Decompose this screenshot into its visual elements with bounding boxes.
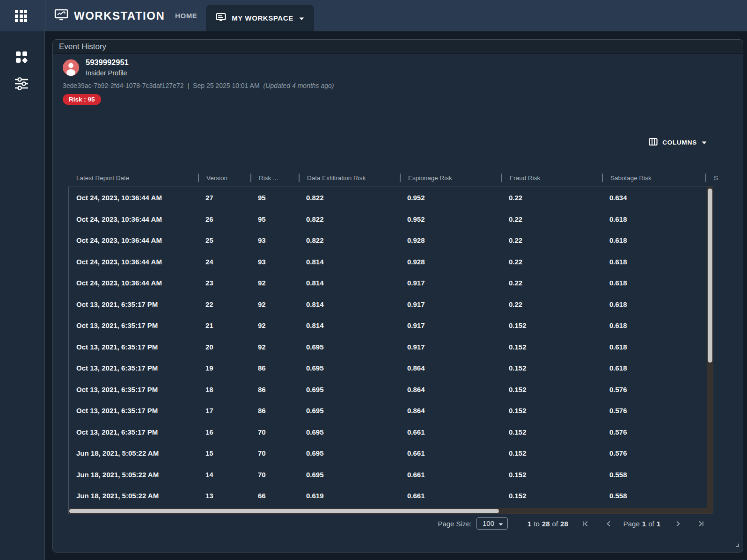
table-row[interactable]: Oct 13, 2021, 6:35:17 PM16700.6950.6610.…: [69, 422, 707, 443]
table-row[interactable]: Jun 18, 2021, 5:05:22 AM15700.6950.6610.…: [69, 443, 707, 464]
table-cell: 0.952: [400, 194, 501, 202]
table-cell: 0.864: [400, 364, 501, 372]
table-cell: 0.695: [299, 385, 400, 393]
sidebar-item-filters[interactable]: [14, 77, 29, 93]
vertical-scrollbar[interactable]: [707, 187, 713, 508]
table-cell: 27: [198, 194, 250, 202]
vertical-scrollbar-thumb[interactable]: [708, 189, 712, 363]
table-cell: 0.152: [501, 321, 602, 329]
table-cell: 92: [250, 321, 299, 329]
app-brand[interactable]: WORKSTATION: [54, 0, 165, 31]
table-cell: 0.695: [299, 407, 400, 415]
table-row[interactable]: Jun 18, 2021, 5:05:22 AM14700.6950.6610.…: [69, 464, 707, 486]
table-cell: 0.661: [400, 492, 501, 500]
column-header-label: Sabotage Risk: [603, 175, 652, 182]
table-cell: 0.22: [501, 236, 602, 244]
nav-item-home[interactable]: HOME: [168, 0, 204, 31]
table-cell: 0.661: [400, 449, 501, 457]
column-header-data-exfiltration-risk[interactable]: Data Exfiltration Risk: [299, 169, 400, 187]
table-cell: 0.917: [400, 300, 501, 308]
workspace-card-icon: [216, 13, 226, 23]
table-cell: 0.152: [501, 492, 602, 500]
table-row[interactable]: Oct 24, 2023, 10:36:44 AM23920.8140.9170…: [69, 272, 707, 294]
column-header-latest-report-date[interactable]: Latest Report Date: [69, 169, 198, 187]
table-cell: Oct 24, 2023, 10:36:44 AM: [69, 215, 198, 223]
table-cell: 0.814: [299, 300, 400, 308]
column-header-label: Latest Report Date: [69, 175, 129, 182]
table-cell: 0.152: [501, 407, 602, 415]
table-cell: 0.152: [501, 449, 602, 457]
table-cell: 0.22: [501, 194, 602, 202]
table-row[interactable]: Oct 13, 2021, 6:35:17 PM20920.6950.9170.…: [69, 336, 707, 358]
first-page-button[interactable]: [581, 519, 591, 528]
last-page-button[interactable]: [696, 519, 705, 528]
table-row[interactable]: Oct 13, 2021, 6:35:17 PM22920.8140.9170.…: [69, 294, 707, 315]
column-header-fraud-risk[interactable]: Fraud Risk: [501, 169, 602, 187]
table-cell: 0.634: [602, 194, 705, 202]
columns-button[interactable]: COLUMNS: [647, 135, 709, 149]
table-cell: 0.576: [602, 449, 705, 457]
panel-title: Event History: [59, 42, 106, 51]
tune-sliders-icon: [14, 77, 29, 92]
table-cell: 15: [198, 449, 250, 457]
table-cell: 0.928: [400, 236, 501, 244]
profile-id[interactable]: 5939992951: [86, 58, 129, 67]
table-row[interactable]: Oct 13, 2021, 6:35:17 PM17860.6950.8640.…: [69, 400, 707, 422]
apps-menu-button[interactable]: [14, 9, 28, 23]
event-history-panel: Event History 5939992951 Insider Profile…: [52, 39, 743, 553]
table-row[interactable]: Oct 24, 2023, 10:36:44 AM27950.8220.9520…: [69, 187, 707, 209]
column-header-s[interactable]: S: [705, 169, 718, 187]
table-cell: 92: [250, 279, 299, 287]
resize-grip-icon[interactable]: [733, 540, 739, 546]
table-cell: Jun 18, 2021, 5:05:22 AM: [69, 492, 198, 500]
table-cell: 92: [250, 300, 299, 308]
table-row[interactable]: Oct 13, 2021, 6:35:17 PM19860.6950.8640.…: [69, 357, 707, 379]
table-cell: 0.661: [400, 471, 501, 479]
column-header-label: Version: [199, 175, 227, 182]
profile-updated-note: (Updated 4 months ago): [264, 82, 334, 89]
horizontal-scrollbar[interactable]: [69, 508, 707, 514]
column-header-version[interactable]: Version: [198, 169, 250, 187]
table-row[interactable]: Oct 24, 2023, 10:36:44 AM24930.8140.9280…: [69, 251, 707, 273]
table-cell: 0.917: [400, 343, 501, 351]
page-size-label: Page Size:: [438, 520, 472, 528]
horizontal-scrollbar-thumb[interactable]: [69, 509, 499, 513]
table-cell: 86: [250, 364, 299, 372]
chevron-down-icon: [702, 139, 707, 146]
table-cell: 0.619: [299, 492, 400, 500]
table-cell: 0.618: [602, 236, 705, 244]
table-rows: Oct 24, 2023, 10:36:44 AM27950.8220.9520…: [69, 187, 707, 508]
table-row[interactable]: Oct 13, 2021, 6:35:17 PM21920.8140.9170.…: [69, 315, 707, 336]
table-cell: 0.618: [602, 343, 705, 351]
column-header-risk[interactable]: Risk ...: [250, 169, 299, 187]
table-row[interactable]: Oct 24, 2023, 10:36:44 AM26950.8220.9520…: [69, 209, 707, 230]
next-page-button[interactable]: [674, 519, 683, 528]
profile-timestamp: Sep 25 2025 10:01 AM: [193, 82, 259, 89]
page-indicator: Page 1 of 1: [623, 520, 660, 528]
panel-titlebar: Event History: [53, 40, 743, 54]
table-cell: 0.814: [299, 258, 400, 266]
previous-page-button[interactable]: [604, 519, 613, 528]
page-word: Page: [623, 520, 640, 528]
table-row[interactable]: Oct 13, 2021, 6:35:17 PM18860.6950.8640.…: [69, 379, 707, 400]
table-cell: 0.576: [602, 385, 705, 393]
page-of-word: of: [648, 520, 654, 528]
table-cell: 0.576: [602, 428, 705, 436]
nav-tab-my-workspace[interactable]: MY WORKSPACE: [206, 5, 314, 31]
column-header-espionage-risk[interactable]: Espionage Risk: [400, 169, 501, 187]
table-row[interactable]: Jun 18, 2021, 5:05:22 AM13660.6190.6610.…: [69, 485, 707, 507]
table-cell: 0.695: [299, 343, 400, 351]
risk-score-badge[interactable]: Risk : 95: [63, 94, 101, 105]
table-row[interactable]: Oct 24, 2023, 10:36:44 AM25930.8220.9280…: [69, 230, 707, 251]
page-size-select[interactable]: 100: [476, 517, 508, 530]
column-header-sabotage-risk[interactable]: Sabotage Risk: [602, 169, 705, 187]
table-cell: 0.152: [501, 471, 602, 479]
table-cell: 19: [198, 364, 250, 372]
sidebar-item-widgets[interactable]: [14, 50, 29, 66]
table-cell: Oct 13, 2021, 6:35:17 PM: [69, 364, 198, 372]
range-end: 28: [542, 520, 550, 528]
table-cell: Oct 13, 2021, 6:35:17 PM: [69, 343, 198, 351]
profile-type-label: Insider Profile: [86, 69, 127, 77]
table-cell: 17: [198, 407, 250, 415]
table-cell: 93: [250, 236, 299, 244]
